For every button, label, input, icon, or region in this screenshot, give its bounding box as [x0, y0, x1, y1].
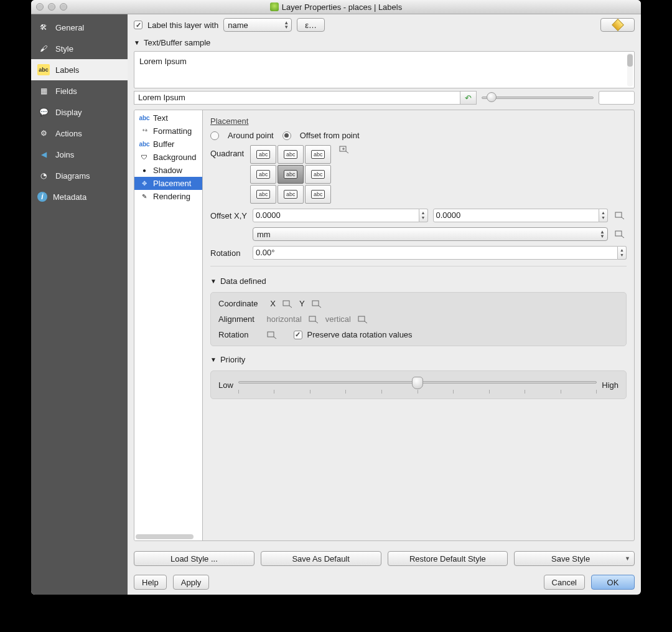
priority-row: Low High [218, 376, 618, 394]
dd-rotation-row: Rotation Preserve data rotation values [218, 330, 618, 339]
subtab-placement[interactable]: ✥Placement [134, 177, 202, 190]
quadrant-cell-tl[interactable]: abc [250, 145, 276, 164]
rotation-spinner[interactable]: ▲▼ [618, 246, 627, 260]
quadrant-cell-bl[interactable]: abc [250, 185, 276, 204]
speech-icon: 💬 [37, 106, 50, 118]
quadrant-cell-bc[interactable]: abc [278, 185, 304, 204]
sidebar-item-metadata[interactable]: iMetadata [31, 186, 128, 207]
svg-rect-5 [309, 316, 315, 321]
sidebar-item-label: Joins [55, 150, 74, 159]
sidebar-item-label: Metadata [53, 192, 86, 202]
offset-x-spinner[interactable]: ▲▼ [419, 209, 428, 222]
dd-rotation-override-button[interactable] [265, 331, 279, 339]
rotation-input[interactable]: 0.00° [253, 246, 618, 260]
abc-icon: abc [256, 170, 271, 179]
save-style-button[interactable]: Save Style▼ [514, 551, 635, 566]
sample-background-swatch[interactable] [599, 91, 635, 105]
alignment-row: Alignment horizontal vertical [218, 314, 618, 324]
offset-override-button[interactable] [613, 211, 627, 220]
sidebar-item-label: Actions [55, 129, 82, 138]
title-bar: Layer Properties - places | Labels [31, 0, 641, 14]
offset-y-spinner[interactable]: ▲▼ [599, 209, 608, 222]
sample-text-input[interactable]: Lorem Ipsum [134, 91, 460, 105]
load-style-button[interactable]: Load Style ... [134, 551, 254, 566]
sidebar-item-joins[interactable]: ◀Joins [31, 144, 128, 165]
chevron-down-icon: ▼ [625, 555, 630, 562]
slider-thumb[interactable] [412, 377, 423, 389]
expression-button[interactable]: ε… [297, 18, 325, 32]
quadrant-cell-tc[interactable]: abc [278, 145, 304, 164]
priority-high-label: High [602, 380, 618, 390]
help-button[interactable]: Help [134, 575, 167, 590]
unit-override-button[interactable] [613, 230, 627, 238]
offset-unit-select[interactable]: mm ▲▼ [253, 227, 608, 241]
coordinate-label: Coordinate [218, 299, 258, 308]
sample-scrollbar-thumb[interactable] [627, 54, 633, 67]
sidebar-item-label: Diagrams [55, 171, 90, 181]
subtab-rendering[interactable]: ✎Rendering [134, 190, 202, 203]
label-layer-checkbox[interactable] [134, 21, 142, 29]
subtab-label: Buffer [153, 139, 174, 149]
quadrant-cell-ml[interactable]: abc [250, 165, 276, 184]
sidebar-item-display[interactable]: 💬Display [31, 101, 128, 123]
sample-preview-text: Lorem Ipsum [139, 57, 187, 66]
priority-slider[interactable] [238, 376, 597, 394]
join-icon: ◀ [37, 149, 50, 160]
sidebar-item-fields[interactable]: ▦Fields [31, 80, 128, 101]
subtab-formatting[interactable]: ⁺ᵃFormatting [134, 125, 202, 138]
preserve-rotation-label: Preserve data rotation values [307, 330, 413, 339]
align-v-override-button[interactable] [356, 315, 370, 324]
sample-header[interactable]: ▼ Text/Buffer sample [134, 38, 635, 47]
automated-placement-button[interactable] [600, 18, 635, 32]
coord-y-override-button[interactable] [310, 299, 324, 308]
quadrant-cell-tr[interactable]: abc [305, 145, 331, 164]
label-field-select[interactable]: name ▲▼ [223, 18, 292, 32]
sidebar-item-actions[interactable]: ⚙Actions [31, 123, 128, 144]
gear-icon: ⚙ [37, 128, 50, 139]
offset-x-input[interactable]: 0.0000 [253, 209, 419, 222]
priority-header[interactable]: ▼Priority [210, 355, 627, 364]
sample-reset-button[interactable]: ↶ [460, 91, 477, 105]
coord-x-override-button[interactable] [281, 299, 294, 308]
quadrant-override-button[interactable] [337, 145, 351, 154]
cancel-button[interactable]: Cancel [544, 575, 585, 590]
select-value: mm [257, 230, 271, 239]
select-value: name [228, 21, 248, 30]
offset-from-point-radio[interactable] [282, 131, 291, 140]
subtab-background[interactable]: 🛡Background [134, 151, 202, 164]
ok-button[interactable]: OK [591, 575, 635, 590]
subtab-text[interactable]: abcText [134, 111, 202, 125]
restore-default-button[interactable]: Restore Default Style [388, 551, 508, 566]
offset-y-input[interactable]: 0.0000 [433, 209, 600, 222]
data-defined-header[interactable]: ▼Data defined [210, 276, 627, 286]
sidebar-item-diagrams[interactable]: ◔Diagrams [31, 165, 128, 186]
placement-panel: Placement Around point Offset from point… [203, 110, 634, 540]
subtab-buffer[interactable]: abcBuffer [134, 138, 202, 151]
sidebar-item-label: Display [55, 108, 82, 117]
quadrant-grid: abc abc abc abc abc abc abc abc abc [250, 145, 331, 204]
quadrant-cell-br[interactable]: abc [305, 185, 331, 204]
sample-input-row: Lorem Ipsum ↶ [134, 91, 635, 105]
around-point-radio[interactable] [210, 131, 219, 140]
apply-button[interactable]: Apply [173, 575, 210, 590]
subtab-label: Shadow [153, 166, 182, 175]
abc-icon: abc [284, 190, 298, 199]
sidebar-item-general[interactable]: 🛠General [31, 17, 128, 38]
sidebar-item-style[interactable]: 🖌Style [31, 38, 128, 59]
quadrant-cell-mc[interactable]: abc [278, 165, 304, 184]
triangle-down-icon: ▼ [134, 39, 140, 46]
offset-unit-row: mm ▲▼ [210, 227, 627, 241]
subtab-shadow[interactable]: ●Shadow [134, 164, 202, 177]
subtab-label: Formatting [153, 126, 192, 136]
save-default-button[interactable]: Save As Default [261, 551, 381, 566]
preserve-rotation-checkbox[interactable] [294, 331, 302, 339]
quadrant-cell-mr[interactable]: abc [305, 165, 331, 184]
brush-icon: 🖌 [37, 43, 50, 54]
slider-thumb[interactable] [487, 92, 497, 102]
dialog: Layer Properties - places | Labels 🛠Gene… [31, 0, 641, 595]
dialog-footer: Load Style ... Save As Default Restore D… [134, 544, 635, 590]
placement-title: Placement [210, 116, 627, 126]
align-h-override-button[interactable] [307, 315, 320, 324]
sample-size-slider[interactable] [482, 91, 594, 105]
sidebar-item-labels[interactable]: abcLabels [31, 59, 128, 80]
